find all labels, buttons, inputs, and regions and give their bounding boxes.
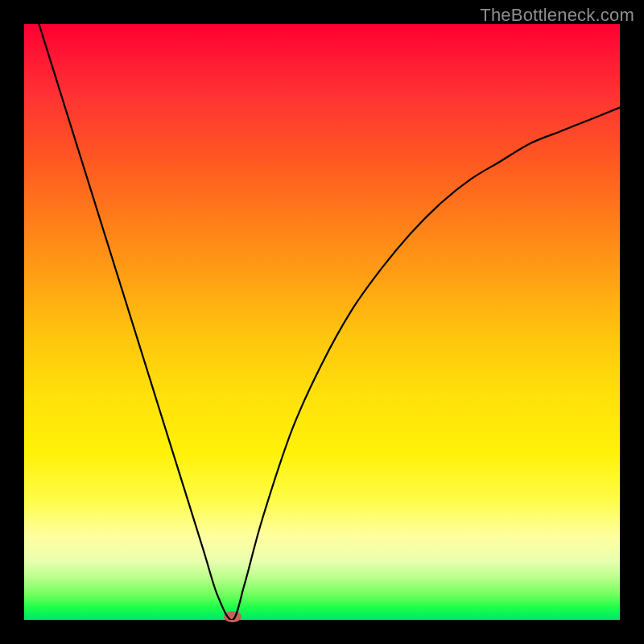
curve-svg xyxy=(24,24,620,620)
bottleneck-chart: TheBottleneck.com xyxy=(0,0,644,644)
plot-area xyxy=(24,24,620,620)
bottleneck-curve-path xyxy=(24,24,620,620)
watermark-text: TheBottleneck.com xyxy=(480,5,634,26)
